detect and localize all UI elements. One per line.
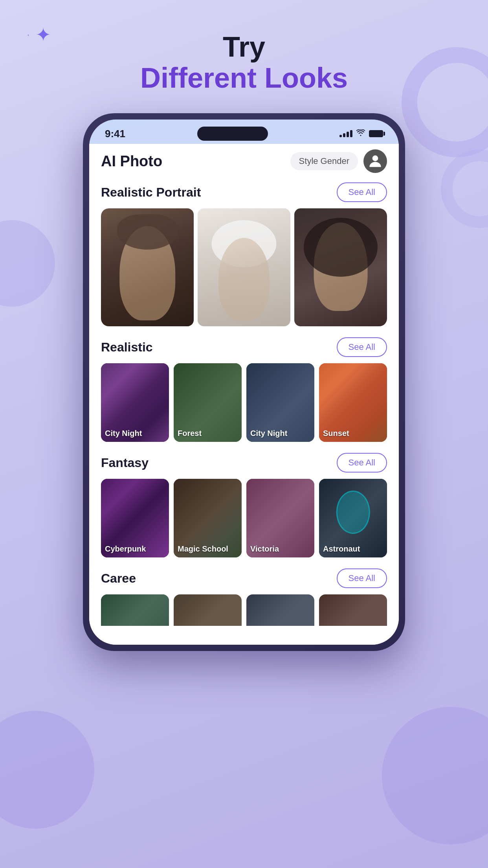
phone-mockup: 9:41 [83, 113, 405, 651]
realistic-see-all-button[interactable]: See All [337, 337, 387, 357]
grid-item-caree-1[interactable] [101, 594, 169, 626]
sparkle-dots-icon: · [27, 28, 30, 41]
realistic-portrait-title: Realistic Portrait [101, 185, 201, 200]
grid-label-city-night-2: City Night [250, 429, 287, 438]
battery-icon [369, 130, 383, 137]
grid-item-cyberpunk[interactable]: Cyberpunk [101, 479, 169, 557]
grid-label-magic-school: Magic School [178, 544, 228, 554]
portrait-item-3[interactable] [294, 208, 387, 326]
bg-decoration-blob-bottom-left [0, 711, 94, 829]
signal-icon [339, 130, 352, 137]
portrait-item-1[interactable] [101, 208, 194, 326]
grid-item-city-night-1[interactable]: ♥ City Night [101, 363, 169, 442]
fantasy-title: Fantasy [101, 456, 149, 470]
realistic-section-header: Realistic See All [101, 337, 387, 357]
grid-item-astronaut[interactable]: Astronaut [319, 479, 387, 557]
caree-section-header: Caree See All [101, 568, 387, 588]
phone-screen: 9:41 [89, 120, 399, 645]
grid-item-victoria[interactable]: Victoria [246, 479, 314, 557]
grid-label-cyberpunk: Cyberpunk [105, 544, 146, 554]
app-content: AI Photo Style Gender Realistic Portra [89, 144, 399, 645]
realistic-portrait-section-header: Realistic Portrait See All [101, 182, 387, 202]
style-gender-button[interactable]: Style Gender [290, 152, 358, 170]
grid-label-sunset: Sunset [323, 429, 349, 438]
caree-title: Caree [101, 571, 136, 586]
app-header: AI Photo Style Gender [101, 148, 387, 173]
grid-label-forest: Forest [178, 429, 202, 438]
realistic-title: Realistic [101, 340, 153, 355]
portrait-row [101, 208, 387, 326]
bg-decoration-circle-top-right [402, 47, 488, 157]
fantasy-section-header: Fantasy See All [101, 453, 387, 473]
avatar-button[interactable] [363, 149, 387, 173]
grid-item-city-night-2[interactable]: City Night [246, 363, 314, 442]
wifi-icon [356, 129, 365, 138]
grid-item-caree-3[interactable] [246, 594, 314, 626]
realistic-grid-row: ♥ City Night Forest City Night ♥ [101, 363, 387, 442]
status-icons [339, 129, 383, 138]
caree-grid-row [101, 594, 387, 626]
bg-decoration-circle-left [0, 220, 55, 307]
header-line1: Try [140, 31, 348, 63]
fantasy-grid-row: Cyberpunk Magic School Victoria Astronau… [101, 479, 387, 557]
grid-item-forest[interactable]: Forest [174, 363, 242, 442]
bg-decoration-blob-bottom-right [382, 707, 488, 844]
grid-label-astronaut: Astronaut [323, 544, 360, 554]
status-bar: 9:41 [89, 120, 399, 144]
realistic-portrait-see-all-button[interactable]: See All [337, 182, 387, 202]
phone-frame: 9:41 [83, 113, 405, 651]
app-title: AI Photo [101, 153, 162, 170]
sparkle-star-icon: ✦ [35, 24, 51, 46]
svg-point-0 [372, 156, 378, 162]
user-avatar-icon [367, 153, 384, 170]
status-time: 9:41 [105, 128, 125, 140]
grid-item-caree-4[interactable] [319, 594, 387, 626]
portrait-item-2[interactable] [198, 208, 290, 326]
grid-item-caree-2[interactable] [174, 594, 242, 626]
header-line2: Different Looks [140, 63, 348, 94]
grid-label-victoria: Victoria [250, 544, 279, 554]
grid-label-city-night-1: City Night [105, 429, 142, 438]
grid-item-sunset[interactable]: ♥ Sunset [319, 363, 387, 442]
app-header-right: Style Gender [290, 149, 387, 173]
grid-item-magic-school[interactable]: Magic School [174, 479, 242, 557]
fantasy-see-all-button[interactable]: See All [337, 453, 387, 473]
caree-see-all-button[interactable]: See All [337, 568, 387, 588]
bg-decoration-circle-bottom-right [441, 149, 488, 228]
header-section: Try Different Looks [140, 31, 348, 94]
dynamic-island [197, 127, 268, 141]
